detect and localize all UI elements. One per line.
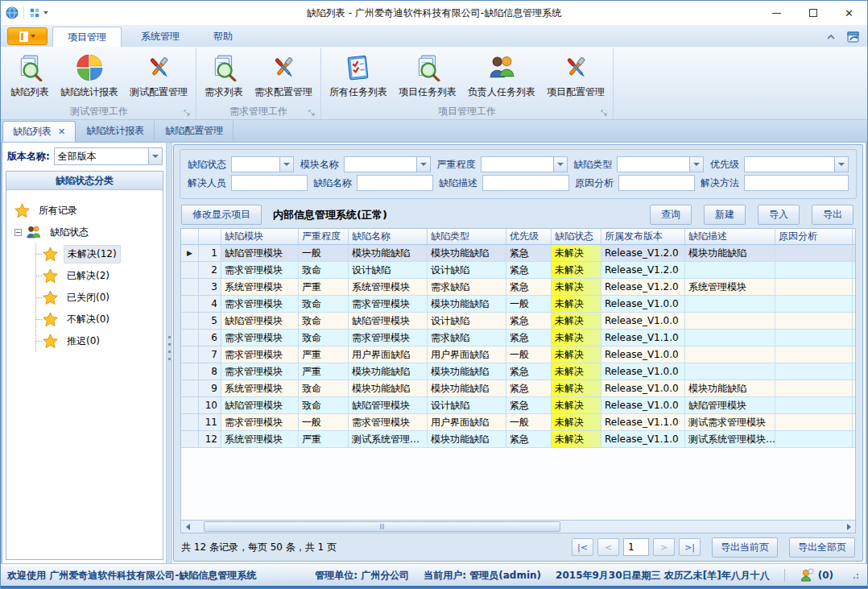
table-row[interactable]: 9系统管理模块致命模块功能缺陷模块功能缺陷紧急未解决Release_V1.0.0… xyxy=(181,380,855,397)
module-name-dropdown[interactable] xyxy=(344,156,431,172)
new-button[interactable]: 新建 xyxy=(704,205,746,225)
help-icon[interactable] xyxy=(846,30,861,44)
solution-field[interactable] xyxy=(744,175,849,191)
resolver-input[interactable] xyxy=(232,176,307,190)
dialog-launcher-icon[interactable] xyxy=(184,110,191,117)
scroll-right-icon[interactable] xyxy=(842,521,855,533)
chevron-down-icon[interactable] xyxy=(148,148,162,164)
resize-grip-icon[interactable] xyxy=(851,571,859,579)
export-button[interactable]: 导出 xyxy=(812,205,854,225)
severity-input[interactable] xyxy=(482,157,553,172)
ribbon-tab-system[interactable]: 系统管理 xyxy=(126,27,194,47)
dialog-launcher-icon[interactable] xyxy=(308,110,316,117)
header-severity[interactable]: 严重程度 xyxy=(299,229,349,245)
table-row[interactable]: 2需求管理模块致命设计缺陷设计缺陷紧急未解决Release_V1.2.0 xyxy=(181,262,855,279)
horizontal-scrollbar[interactable] xyxy=(181,520,855,533)
tree-item-postponed[interactable]: 推迟(0) xyxy=(43,330,159,352)
test-config-button[interactable]: 测试配置管理 xyxy=(124,51,193,101)
prev-page-button[interactable]: < xyxy=(597,538,619,556)
tree-item-closed[interactable]: 已关闭(0) xyxy=(43,287,159,309)
defect-desc-field[interactable] xyxy=(482,175,569,191)
all-tasks-button[interactable]: 所有任务列表 xyxy=(324,51,393,101)
defect-status-input[interactable] xyxy=(232,157,279,172)
last-page-button[interactable]: >| xyxy=(679,538,701,556)
chevron-down-icon[interactable] xyxy=(416,157,430,172)
close-tab-icon[interactable]: ✕ xyxy=(58,127,65,137)
maximize-button[interactable] xyxy=(795,1,831,25)
modify-columns-button[interactable]: 修改显示项目 xyxy=(181,205,262,225)
chevron-down-icon[interactable] xyxy=(834,157,848,172)
scroll-left-icon[interactable] xyxy=(181,521,194,533)
table-row[interactable]: 8需求管理模块严重模块功能缺陷模块功能缺陷紧急未解决Release_V1.0.0 xyxy=(181,363,855,380)
requirement-list-button[interactable]: 需求列表 xyxy=(199,51,249,101)
next-page-button[interactable]: > xyxy=(653,538,675,556)
solution-input[interactable] xyxy=(745,176,848,190)
import-button[interactable]: 导入 xyxy=(758,205,800,225)
chevron-down-icon[interactable] xyxy=(279,157,293,172)
doc-tab-defect-list[interactable]: 缺陷列表 ✕ xyxy=(2,121,76,142)
sidebar-splitter[interactable] xyxy=(166,143,172,563)
table-row[interactable]: 3系统管理模块严重系统管理模块需求缺陷紧急未解决Release_V1.2.0系统… xyxy=(181,279,855,296)
scrollbar-thumb[interactable] xyxy=(204,521,560,532)
table-row[interactable]: 4需求管理模块致命需求管理模块模块功能缺陷一般未解决Release_V1.0.0 xyxy=(181,296,855,313)
chevron-down-icon[interactable] xyxy=(689,157,703,172)
header-analysis[interactable]: 原因分析 xyxy=(775,229,853,245)
header-status[interactable]: 缺陷状态 xyxy=(552,229,601,245)
header-name[interactable]: 缺陷名称 xyxy=(349,229,428,245)
header-type[interactable]: 缺陷类型 xyxy=(428,229,506,245)
chevron-down-icon[interactable] xyxy=(553,157,567,172)
first-page-button[interactable]: |< xyxy=(572,538,593,556)
defect-report-button[interactable]: 缺陷统计报表 xyxy=(55,51,124,101)
doc-tab-defect-config[interactable]: 缺陷配置管理 xyxy=(155,120,234,141)
quick-access-toolbar-button[interactable] xyxy=(29,7,48,19)
module-name-input[interactable] xyxy=(345,157,416,172)
owner-tasks-button[interactable]: 负责人任务列表 xyxy=(462,51,541,101)
project-config-button[interactable]: 项目配置管理 xyxy=(541,51,610,101)
defect-status-dropdown[interactable] xyxy=(231,156,294,172)
header-solution[interactable]: 解决方法 xyxy=(853,229,855,245)
collapse-ribbon-button[interactable] xyxy=(822,30,840,44)
priority-dropdown[interactable] xyxy=(744,156,849,172)
tree-item-unresolved[interactable]: 未解决(12) xyxy=(43,243,159,265)
header-version[interactable]: 所属发布版本 xyxy=(601,229,685,245)
requirement-config-button[interactable]: 需求配置管理 xyxy=(249,51,318,101)
table-row[interactable]: 5缺陷管理模块致命缺陷管理模块设计缺陷紧急未解决Release_V1.0.0 xyxy=(181,313,855,330)
defect-name-field[interactable] xyxy=(357,175,433,191)
defect-list-button[interactable]: 缺陷列表 xyxy=(5,51,55,101)
project-tasks-button[interactable]: 项目任务列表 xyxy=(393,51,462,101)
defect-type-dropdown[interactable] xyxy=(617,156,704,172)
dialog-launcher-icon[interactable] xyxy=(601,110,608,117)
tree-item-all-records[interactable]: 所有记录 xyxy=(14,200,159,222)
version-combo[interactable]: 全部版本 xyxy=(54,147,163,165)
cause-analysis-input[interactable] xyxy=(619,176,694,190)
table-row[interactable]: 7需求管理模块严重用户界面缺陷用户界面缺陷一般未解决Release_V1.0.0 xyxy=(181,346,855,363)
scrollbar-track[interactable] xyxy=(194,521,842,532)
ribbon-tab-help[interactable]: 帮助 xyxy=(199,27,247,47)
page-number-input[interactable] xyxy=(623,538,649,556)
header-desc[interactable]: 缺陷描述 xyxy=(685,229,775,245)
defect-desc-input[interactable] xyxy=(483,176,568,190)
defect-type-input[interactable] xyxy=(618,157,689,172)
close-button[interactable]: ✕ xyxy=(831,1,867,25)
minimize-button[interactable] xyxy=(758,1,795,25)
doc-tab-defect-report[interactable]: 缺陷统计报表 xyxy=(76,120,155,141)
table-row[interactable]: 11需求管理模块一般需求管理模块用户界面缺陷一般未解决Release_V1.1.… xyxy=(181,414,855,431)
export-all-pages-button[interactable]: 导出全部页 xyxy=(789,537,855,558)
priority-input[interactable] xyxy=(745,157,834,172)
header-module[interactable]: 缺陷模块 xyxy=(221,229,299,245)
table-row[interactable]: 12系统管理模块严重测试系统管理…模块功能缺陷紧急未解决Release_V1.1… xyxy=(181,431,855,448)
resolver-field[interactable] xyxy=(231,175,308,191)
tree-item-wont-fix[interactable]: 不解决(0) xyxy=(43,309,159,330)
table-row[interactable]: ▶1缺陷管理模块一般模块功能缺陷模块功能缺陷紧急未解决Release_V1.2.… xyxy=(181,245,855,262)
cause-analysis-field[interactable] xyxy=(618,175,695,191)
tree-item-defect-status[interactable]: − 缺陷状态 xyxy=(14,222,159,243)
severity-dropdown[interactable] xyxy=(481,156,568,172)
header-priority[interactable]: 优先级 xyxy=(506,229,552,245)
collapse-node-icon[interactable]: − xyxy=(14,229,22,236)
query-button[interactable]: 查询 xyxy=(650,205,692,225)
application-menu-button[interactable] xyxy=(7,27,48,45)
message-indicator[interactable]: (0) xyxy=(800,568,833,583)
tree-item-resolved[interactable]: 已解决(2) xyxy=(43,265,159,287)
export-current-page-button[interactable]: 导出当前页 xyxy=(712,537,778,558)
table-row[interactable]: 10缺陷管理模块致命缺陷管理模块设计缺陷紧急未解决Release_V1.0.0缺… xyxy=(181,397,855,414)
